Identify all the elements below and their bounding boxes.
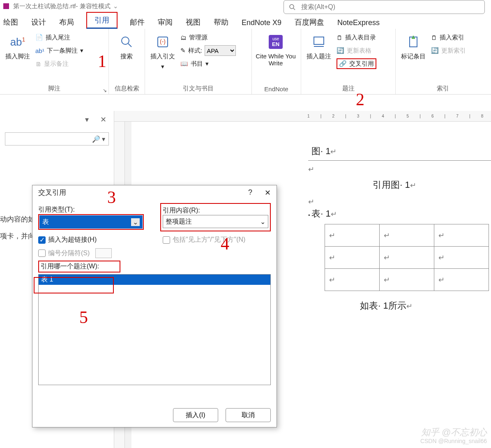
hyperlink-checkbox[interactable]: ✓ [38, 236, 46, 244]
svg-text:(-): (-) [160, 38, 166, 45]
doc-mode: - 兼容性模式 [76, 2, 111, 10]
insert-caption-button[interactable]: 插入题注 [304, 31, 333, 60]
mark-entry-button[interactable]: 标记条目 [399, 31, 428, 60]
chevron-down-icon[interactable]: ⌄ [113, 2, 118, 10]
ribbon-tabs: 绘图 设计 布局 引用 邮件 审阅 视图 帮助 EndNote X9 百度网盘 … [0, 12, 491, 29]
tof-icon: 🗒 [337, 34, 343, 41]
notes-icon: 🗎 [35, 60, 41, 67]
group-footnote: ab1 插入脚注 📄插入尾注 ab¹下一条脚注▾ 🗎显示备注 脚注 ↘ [0, 29, 109, 94]
global-search[interactable]: 搜索(Alt+Q) [284, 0, 485, 14]
separator-label: 编号分隔符(S) [48, 249, 90, 258]
insert-button[interactable]: 插入(I) [173, 408, 218, 422]
nav-search[interactable]: 🔎 ▾ [5, 132, 109, 145]
search-placeholder: 搜索(Alt+Q) [301, 3, 335, 12]
tab-mail[interactable]: 邮件 [129, 16, 145, 29]
group-research-label: 信息检索 [112, 84, 141, 93]
document-content[interactable]: 图· 1↵ ↵ 引用图· 1↵ ↵ ▪表· 1↵ ↵↵↵ ↵↵↵ ↵↵↵ 如表·… [308, 142, 489, 314]
svg-point-2 [122, 37, 129, 44]
group-index-label: 索引 [399, 84, 487, 93]
footnote-launcher[interactable]: ↘ [103, 88, 107, 93]
biblio-icon: 📖 [180, 60, 188, 67]
which-caption-label: 引用哪一个题注(W): [41, 262, 118, 271]
group-caption-label: 题注 [304, 84, 392, 93]
manage-sources-button[interactable]: 🗂管理源 [180, 32, 236, 43]
group-caption: 插入题注 🗒插入表目录 🔄更新表格 🔗交叉引用 题注 [301, 29, 396, 94]
endnote-icon: 📄 [35, 34, 43, 41]
list-item[interactable]: 表 1 [39, 275, 270, 285]
index-icon: 🗒 [431, 34, 437, 41]
close-icon[interactable]: ✕ [265, 188, 271, 197]
insert-citation-button[interactable]: (-) 插入引文 ▾ [148, 31, 177, 70]
cancel-button[interactable]: 取消 [226, 408, 271, 422]
sources-icon: 🗂 [180, 34, 187, 41]
ref-type-select[interactable]: 表 ⌄ [39, 215, 143, 229]
endnote-icon: useEN [269, 34, 283, 50]
dropdown-icon[interactable]: ▾ [85, 115, 89, 124]
svg-point-0 [290, 5, 294, 9]
svg-line-1 [293, 8, 295, 10]
annotation-2: 2 [356, 90, 364, 109]
table-ref: 如表· 1所示 [360, 300, 406, 311]
next-icon: ab¹ [35, 47, 44, 54]
help-icon[interactable]: ? [248, 188, 252, 197]
tab-baidu[interactable]: 百度网盘 [294, 16, 325, 29]
group-citation: (-) 插入引文 ▾ 🗂管理源 ✎样式:APA 📖书目▾ 引文与书目 [145, 29, 252, 94]
svg-line-3 [128, 44, 131, 47]
tab-design[interactable]: 设计 [30, 16, 47, 29]
show-notes-button: 🗎显示备注 [35, 58, 83, 69]
close-icon[interactable]: ✕ [100, 115, 106, 124]
insert-endnote-button[interactable]: 📄插入尾注 [35, 32, 83, 43]
style-select-row[interactable]: ✎样式:APA [180, 45, 236, 56]
group-citation-label: 引文与书目 [148, 84, 248, 93]
citation-style-select[interactable]: APA [205, 45, 236, 56]
tab-noteexpress[interactable]: NoteExpress [337, 17, 380, 29]
table-caption: 表· 1 [311, 208, 330, 219]
annotation-1: 1 [98, 51, 106, 71]
horizontal-ruler[interactable]: 1 | 2 | 3 | 4 | 5 | 6 | 7 | 8 | 9 | 10 |… [114, 111, 491, 122]
tab-review[interactable]: 审阅 [157, 16, 173, 29]
next-footnote-button[interactable]: ab¹下一条脚注▾ [35, 45, 83, 56]
cite-while-write-button[interactable]: useEN Cite While You Write [255, 31, 296, 67]
tab-endnote[interactable]: EndNote X9 [241, 17, 282, 29]
annotation-3: 3 [107, 187, 116, 207]
svg-rect-6 [314, 37, 324, 44]
figure-caption: 图· 1 [311, 146, 330, 156]
caption-listbox[interactable]: 表 1 [38, 274, 271, 385]
caption-icon [313, 34, 325, 50]
insert-footnote-label: 插入脚注 [5, 53, 30, 60]
tab-layout[interactable]: 布局 [58, 16, 75, 29]
bibliography-button[interactable]: 📖书目▾ [180, 58, 236, 69]
tab-help[interactable]: 帮助 [213, 16, 229, 29]
search-icon: 🔎 ▾ [92, 135, 105, 143]
ref-type-label: 引用类型(T): [38, 206, 144, 214]
dialog-title: 交叉引用 [38, 188, 66, 197]
ribbon: ab1 插入脚注 📄插入尾注 ab¹下一条脚注▾ 🗎显示备注 脚注 ↘ 搜索 信… [0, 29, 491, 95]
include-label: 包括"见上方"/"见下方"(N) [173, 236, 245, 244]
insert-index-button[interactable]: 🗒插入索引 [431, 32, 466, 43]
insert-footnote-button[interactable]: ab1 插入脚注 [3, 31, 32, 60]
group-index: 标记条目 🗒插入索引 🔄更新索引 索引 [396, 29, 490, 94]
figure-ref: 引用图· 1 [373, 180, 410, 190]
tab-view[interactable]: 视图 [185, 16, 201, 29]
cross-reference-button[interactable]: 🔗交叉引用 [337, 58, 376, 69]
document-table[interactable]: ↵↵↵ ↵↵↵ ↵↵↵ [325, 224, 489, 291]
ref-content-label: 引用内容(R): [163, 206, 268, 215]
research-label: 搜索 [120, 53, 133, 60]
update-index-button: 🔄更新索引 [431, 45, 466, 56]
group-endnote-label: EndNote [255, 85, 297, 93]
search-icon [289, 4, 295, 10]
annotation-4: 4 [221, 234, 229, 254]
tab-draw[interactable]: 绘图 [2, 16, 19, 29]
search-icon [120, 34, 133, 50]
app-icon [3, 3, 9, 9]
insert-tof-button[interactable]: 🗒插入表目录 [337, 32, 376, 43]
ref-content-select[interactable]: 整项题注 ⌄ [163, 215, 268, 228]
update-icon: 🔄 [431, 47, 439, 54]
group-endnote: useEN Cite While You Write EndNote [252, 29, 301, 94]
tab-references[interactable]: 引用 [86, 12, 118, 29]
doc-filename: 第一次土柱试验总结.rtf [13, 2, 76, 10]
separator-input [95, 248, 112, 258]
research-button[interactable]: 搜索 [112, 31, 141, 60]
hyperlink-label: 插入为超链接(H) [48, 236, 97, 244]
update-table-button: 🔄更新表格 [337, 45, 376, 56]
